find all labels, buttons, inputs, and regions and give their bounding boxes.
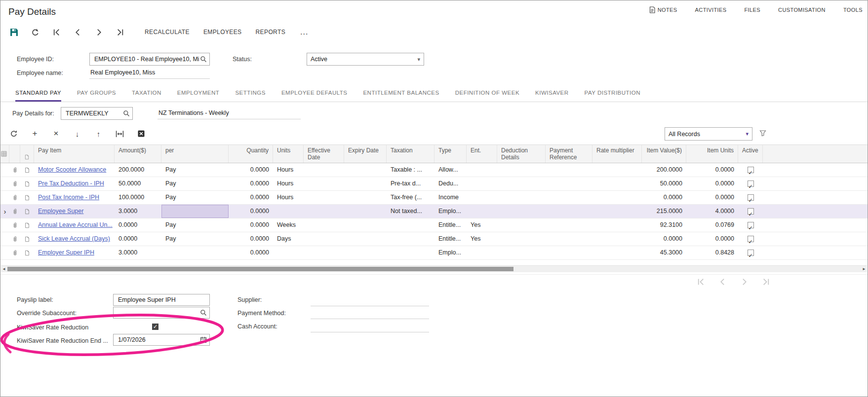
active-checkbox[interactable] xyxy=(748,236,754,242)
cell-quantity[interactable]: 0.0000 xyxy=(229,232,273,246)
cell-taxation[interactable] xyxy=(387,218,434,232)
col-pay-item[interactable]: Pay Item xyxy=(34,145,115,163)
cell-ent[interactable] xyxy=(467,163,497,177)
col-type[interactable]: Type xyxy=(434,145,467,163)
active-checkbox[interactable] xyxy=(748,222,754,228)
tab-standard-pay[interactable]: STANDARD PAY xyxy=(15,85,61,102)
pay-item-link[interactable]: Sick Leave Accrual (Days) xyxy=(38,235,110,242)
cell-taxation[interactable]: Taxable : ... xyxy=(387,163,434,177)
cell-deduction-details[interactable] xyxy=(497,177,546,190)
pay-details-for-input[interactable] xyxy=(65,109,123,117)
override-subaccount-field[interactable] xyxy=(113,307,210,319)
cell-item-value[interactable]: 0.0000 xyxy=(642,191,686,204)
pay-item-link[interactable]: Pre Tax Deduction - IPH xyxy=(38,180,104,187)
cell-taxation[interactable]: Tax-free (... xyxy=(387,191,434,204)
export-excel-button[interactable] xyxy=(134,126,148,141)
cell-per[interactable]: Pay xyxy=(161,163,229,177)
notes-button[interactable]: NOTES xyxy=(649,6,677,13)
kiwisaver-end-date-field[interactable] xyxy=(113,334,210,346)
cell-deduction-details[interactable] xyxy=(497,218,546,232)
refresh-button[interactable] xyxy=(6,126,21,141)
status-select[interactable]: Active ▾ xyxy=(307,53,424,66)
calendar-icon[interactable] xyxy=(200,336,207,343)
row-note-button[interactable] xyxy=(20,232,34,246)
move-up-button[interactable]: ↑ xyxy=(91,126,106,141)
active-checkbox[interactable] xyxy=(748,250,754,256)
attach-button[interactable] xyxy=(9,205,20,218)
activities-button[interactable]: ACTIVITIES xyxy=(695,7,727,13)
cell-payment-reference[interactable] xyxy=(546,232,592,246)
cell-amount[interactable]: 200.0000 xyxy=(115,163,161,177)
cell-payment-reference[interactable] xyxy=(546,191,592,204)
active-checkbox[interactable] xyxy=(748,180,754,187)
files-button[interactable]: FILES xyxy=(744,7,760,13)
active-checkbox[interactable] xyxy=(748,194,754,201)
pay-item-link[interactable]: Post Tax Income - IPH xyxy=(38,194,99,201)
cell-effective-date[interactable] xyxy=(304,218,344,232)
col-active[interactable]: Active xyxy=(738,145,763,163)
cell-deduction-details[interactable] xyxy=(497,163,546,177)
table-row[interactable]: Employer Super IPH 3.0000 0.0000 Emplo..… xyxy=(0,246,868,260)
tab-taxation[interactable]: TAXATION xyxy=(132,85,161,102)
employees-button[interactable]: EMPLOYEES xyxy=(203,29,242,36)
cell-expiry-date[interactable] xyxy=(344,205,387,218)
cell-amount[interactable]: 3.0000 xyxy=(115,246,161,259)
pager-previous-button[interactable] xyxy=(718,278,726,286)
cell-payment-reference[interactable] xyxy=(546,163,592,177)
cell-taxation[interactable] xyxy=(387,232,434,246)
tab-kiwisaver[interactable]: KIWISAVER xyxy=(535,85,569,102)
table-row[interactable]: Motor Scooter Allowance 200.0000 Pay 0.0… xyxy=(0,163,868,177)
cell-rate-multiplier[interactable] xyxy=(592,218,642,232)
cell-units[interactable]: Hours xyxy=(273,177,304,190)
attach-button[interactable] xyxy=(9,177,20,190)
cell-per[interactable]: Pay xyxy=(161,218,229,232)
col-ent[interactable]: Ent. xyxy=(467,145,497,163)
cell-payment-reference[interactable] xyxy=(546,246,592,259)
cell-expiry-date[interactable] xyxy=(344,177,387,190)
cell-ent[interactable] xyxy=(467,191,497,204)
cell-rate-multiplier[interactable] xyxy=(592,246,642,259)
cell-item-units[interactable]: 0.0000 xyxy=(686,163,738,177)
lookup-icon[interactable] xyxy=(200,56,207,63)
col-item-value[interactable]: Item Value($) xyxy=(642,145,686,163)
cell-item-units[interactable]: 0.0000 xyxy=(686,232,738,246)
go-first-button[interactable] xyxy=(49,25,64,39)
cell-expiry-date[interactable] xyxy=(344,232,387,246)
horizontal-scrollbar[interactable]: ◄ ► xyxy=(1,265,867,272)
tab-settings[interactable]: SETTINGS xyxy=(235,85,266,102)
cell-item-units[interactable]: 4.0000 xyxy=(686,205,738,218)
fit-columns-button[interactable] xyxy=(113,126,127,141)
reports-button[interactable]: REPORTS xyxy=(256,29,286,36)
pay-details-for-field[interactable] xyxy=(61,107,133,120)
cell-rate-multiplier[interactable] xyxy=(592,205,642,218)
row-note-button[interactable] xyxy=(20,163,34,177)
cell-payment-reference[interactable] xyxy=(546,177,592,190)
cell-deduction-details[interactable] xyxy=(497,191,546,204)
cell-taxation[interactable] xyxy=(387,246,434,259)
cell-expiry-date[interactable] xyxy=(344,218,387,232)
cell-deduction-details[interactable] xyxy=(497,205,546,218)
pay-item-link[interactable]: Employee Super xyxy=(38,208,83,215)
cell-item-units[interactable]: 0.0769 xyxy=(686,218,738,232)
filter-settings-button[interactable] xyxy=(759,130,766,137)
col-deduction-details[interactable]: Deduction Details xyxy=(497,145,546,163)
employee-id-field[interactable] xyxy=(89,53,210,66)
payslip-label-input[interactable] xyxy=(117,296,207,304)
cell-item-value[interactable]: 92.3100 xyxy=(642,218,686,232)
attach-button[interactable] xyxy=(9,232,20,246)
go-last-button[interactable] xyxy=(113,25,127,39)
cell-rate-multiplier[interactable] xyxy=(592,177,642,190)
kiwisaver-checkbox[interactable] xyxy=(152,324,158,330)
tab-definition-of-week[interactable]: DEFINITION OF WEEK xyxy=(455,85,519,102)
cell-units[interactable]: Hours xyxy=(273,163,304,177)
cell-units[interactable]: Hours xyxy=(273,191,304,204)
table-row[interactable]: Sick Leave Accrual (Days) 0.0000 Pay 0.0… xyxy=(0,232,868,246)
tab-employment[interactable]: EMPLOYMENT xyxy=(177,85,220,102)
scroll-right-arrow[interactable]: ► xyxy=(862,267,866,272)
cell-type[interactable]: Emplo... xyxy=(434,246,467,259)
active-checkbox[interactable] xyxy=(748,208,754,215)
cell-type[interactable]: Allow... xyxy=(434,163,467,177)
cell-effective-date[interactable] xyxy=(304,191,344,204)
cell-units[interactable]: Days xyxy=(273,232,304,246)
attach-button[interactable] xyxy=(9,191,20,204)
